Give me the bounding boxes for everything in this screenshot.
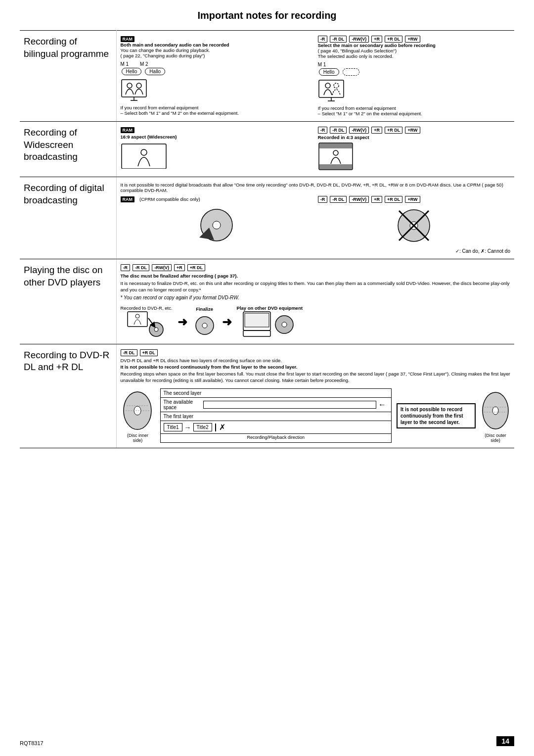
bilingual-r-col: -R -R DL -RW(V) +R +R DL +RW Select the … [318,36,510,116]
ws-43-diagram [318,142,354,171]
hello-bubble-m1: Hello [122,68,142,75]
section-finalize: Playing the disc on other DVD players -R… [20,259,514,344]
finalize-label: Finalize [192,306,217,312]
dvddl-prdl-badge: +R DL [140,349,158,356]
bilingual-r-title: Select the main or secondary audio befor… [318,43,510,48]
section-content-bilingual: RAM Both main and secondary audio can be… [116,31,514,122]
svg-point-28 [202,323,207,328]
main-table: Recording of bilingual programme RAM Bot… [20,30,514,448]
dig-rdl-badge: -R DL [330,196,347,203]
m2-label: M 2 [140,61,148,67]
x-mark-icon: ✗ [219,423,225,432]
digital-disc-no [392,206,436,245]
bilingual-r-ext-text1: If you record from external equipment [318,105,510,111]
section-label-bilingual: Recording of bilingual programme [20,31,116,122]
rwv-badge: -RW(V) [349,36,369,43]
svg-point-24 [135,314,139,318]
fin-r-badge: -R [121,264,131,271]
finalize-footnote: * You can record or copy again if you fo… [121,295,511,300]
digital-r-col: -R -R DL -RW(V) +R +R DL +RW [318,196,510,246]
section-label-dvd-dl: Recording to DVD-R DL and +R DL [20,344,116,448]
bilingual-ram-text2: ( page 22, "Changing audio during play") [121,53,313,58]
svg-point-26 [154,328,158,331]
ws-r-badge: -R [318,127,328,134]
layer-row-available: The available space ← [161,398,392,412]
r-m1-label: M 1 [318,62,326,67]
page: Important notes for recording Recording … [0,0,534,756]
pr-badge: +R [371,36,382,43]
widescreen-ram-col: RAM 16:9 aspect (Widescreen) [121,127,313,172]
section-content-finalize: -R -R DL -RW(V) +R +R DL The disc must b… [116,259,514,344]
finalize-diagram: Recorded to DVD-R, etc. [121,305,511,339]
prw-badge: +RW [405,36,420,43]
bilingual-ram-col: RAM Both main and secondary audio can be… [121,36,313,116]
dig-pr-badge: +R [371,196,382,203]
layer-row-1st: The first layer [161,412,392,421]
left-arrow-icon: ← [378,400,386,409]
dvd-player-icon [242,311,297,338]
title1-box: Title1 [164,423,182,431]
page-footer: RQT8317 14 [20,736,514,746]
dig-prdl-badge: +R DL [385,196,402,203]
dvddl-rdl-badge: -R DL [121,349,137,356]
svg-point-33 [282,322,287,327]
layer2-label: The second layer [164,390,202,396]
play-equipment: Play on other DVD equipment [237,305,303,339]
recorder-icon [127,311,166,338]
section-content-dvd-dl: -R DL +R DL DVD-R DL and +R DL discs hav… [116,344,514,448]
svg-point-1 [127,83,132,88]
digital-ram-cprm: (CPRM compatible disc only) [139,196,200,202]
layer-titles-row: Title1 → Title2 ✗ [161,421,392,433]
svg-rect-31 [243,331,270,336]
r-badge: -R [318,36,328,43]
svg-point-17 [213,221,221,229]
section-dvd-dl: Recording to DVD-R DL and +R DL -R DL +R… [20,344,514,448]
layer-diagram: (Disc innerside) The second layer The av… [121,388,511,443]
arrow-icon: ➜ [178,315,187,329]
arrow2-icon: ➜ [222,315,232,329]
section-bilingual: Recording of bilingual programme RAM Bot… [20,31,514,122]
digital-disc-ok [194,205,239,245]
available-label: The available space [164,399,203,410]
svg-point-2 [136,83,141,88]
dvddl-intro: DVD-R DL and +R DL discs have two layers… [121,358,511,363]
section-content-digital: It is not possible to record digital bro… [116,177,514,259]
bilingual-ram-text1: You can change the audio during playback… [121,47,313,53]
svg-point-35 [134,406,141,415]
hallo-bubble-m2: Hallo [145,68,165,75]
svg-rect-13 [319,143,352,148]
finalize-title: The disc must be finalized after recordi… [121,273,511,279]
disc-outer-label: (Disc outerside) [485,433,506,443]
disc-shape-left: (Disc innerside) [121,388,155,443]
fin-rdl-badge: -R DL [133,264,149,271]
digital-ram-col: RAM (CPRM compatible disc only) [121,196,313,246]
ws-prw-badge: +RW [405,127,420,134]
finalize-disc-icon [192,312,217,336]
ws-rwv-badge: -RW(V) [349,127,369,134]
r-dashed-bubble [343,68,360,76]
digital-note: It is not possible to record digital bro… [121,182,511,193]
page-title: Important notes for recording [20,10,514,24]
svg-rect-5 [319,80,344,97]
ram-badge: RAM [121,36,135,42]
ws-rdl-badge: -R DL [330,127,347,134]
widescreen-diagram [121,142,168,169]
title2-box: Title2 [193,423,212,431]
section-label-finalize: Playing the disc on other DVD players [20,259,116,344]
model-number: RQT8317 [20,740,44,746]
fin-rwv-badge: -RW(V) [152,264,172,271]
bilingual-r-text2: The selected audio only is recorded. [318,53,510,59]
ws-ram-badge: RAM [121,127,135,133]
section-content-widescreen: RAM 16:9 aspect (Widescreen) - [116,122,514,177]
section-label-widescreen: Recording of Widescreen broadcasting [20,122,116,177]
r-hello-bubble: Hello [319,68,339,76]
play-label: Play on other DVD equipment [237,305,303,311]
dl-disc-icon [122,388,154,433]
bold-box-container: It is not possible to record continuousl… [397,388,476,443]
section-label-digital: Recording of digital broadcasting [20,177,116,259]
ws-pr-badge: +R [371,127,382,134]
available-space-bar [203,401,377,409]
bold-box: It is not possible to record continuousl… [397,403,476,428]
section-widescreen: Recording of Widescreen broadcasting RAM… [20,122,514,177]
disc-shape-right: (Disc outerside) [481,388,510,443]
